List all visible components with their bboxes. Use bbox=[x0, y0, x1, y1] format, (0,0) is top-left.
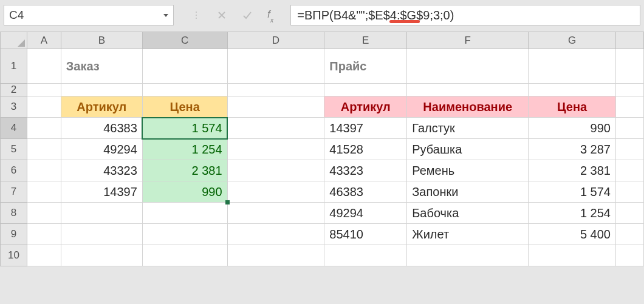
cell-E8[interactable]: 49294 bbox=[324, 203, 407, 224]
cell-F4[interactable]: Галстук bbox=[407, 118, 529, 139]
cell-blank4[interactable] bbox=[615, 118, 643, 139]
cell-C4-selected[interactable]: 1 574 bbox=[142, 118, 227, 139]
cell-E10[interactable] bbox=[324, 245, 407, 266]
name-box-dropdown-icon[interactable] bbox=[163, 14, 168, 17]
cell-blank8[interactable] bbox=[615, 203, 643, 224]
row-header-3[interactable]: 3 bbox=[1, 96, 27, 118]
cell-G8[interactable]: 1 254 bbox=[529, 203, 616, 224]
cell-B3-header[interactable]: Артикул bbox=[61, 96, 142, 118]
cell-blank7[interactable] bbox=[615, 181, 643, 203]
col-header-A[interactable]: A bbox=[27, 32, 61, 49]
cell-D9[interactable] bbox=[227, 224, 324, 245]
col-header-B[interactable]: B bbox=[61, 32, 142, 49]
cell-B6[interactable]: 43323 bbox=[61, 160, 142, 181]
cell-B2[interactable] bbox=[61, 84, 142, 96]
cell-A10[interactable] bbox=[27, 245, 61, 266]
cell-blank1[interactable] bbox=[615, 49, 643, 84]
cell-F5[interactable]: Рубашка bbox=[407, 139, 529, 160]
cancel-icon[interactable] bbox=[216, 10, 227, 21]
cell-G4[interactable]: 990 bbox=[529, 118, 616, 139]
cell-G6[interactable]: 2 381 bbox=[529, 160, 616, 181]
cell-D4[interactable] bbox=[227, 118, 324, 139]
cell-F3-header[interactable]: Наименование bbox=[407, 96, 529, 118]
cell-C9[interactable] bbox=[142, 224, 227, 245]
cell-G10[interactable] bbox=[529, 245, 616, 266]
row-header-5[interactable]: 5 bbox=[1, 139, 27, 160]
cell-A2[interactable] bbox=[27, 84, 61, 96]
cell-C7[interactable]: 990 bbox=[142, 181, 227, 203]
cell-B4[interactable]: 46383 bbox=[61, 118, 142, 139]
cell-F6[interactable]: Ремень bbox=[407, 160, 529, 181]
cell-G3-header[interactable]: Цена bbox=[529, 96, 616, 118]
col-header-G[interactable]: G bbox=[529, 32, 616, 49]
col-header-E[interactable]: E bbox=[324, 32, 407, 49]
cell-A1[interactable] bbox=[27, 49, 61, 84]
row-header-2[interactable]: 2 bbox=[1, 84, 27, 96]
cell-A7[interactable] bbox=[27, 181, 61, 203]
fill-handle[interactable] bbox=[225, 200, 230, 204]
name-box[interactable]: C4 bbox=[4, 5, 174, 25]
cell-G7[interactable]: 1 574 bbox=[529, 181, 616, 203]
row-header-6[interactable]: 6 bbox=[1, 160, 27, 181]
cell-blank2[interactable] bbox=[615, 84, 643, 96]
cell-D1[interactable] bbox=[227, 49, 324, 84]
cell-D5[interactable] bbox=[227, 139, 324, 160]
cell-A8[interactable] bbox=[27, 203, 61, 224]
cell-blank10[interactable] bbox=[615, 245, 643, 266]
cell-A6[interactable] bbox=[27, 160, 61, 181]
row-header-1[interactable]: 1 bbox=[1, 49, 27, 84]
cell-E3-header[interactable]: Артикул bbox=[324, 96, 407, 118]
cell-C6[interactable]: 2 381 bbox=[142, 160, 227, 181]
cell-D8[interactable] bbox=[227, 203, 324, 224]
col-header-D[interactable]: D bbox=[227, 32, 324, 49]
cell-G1[interactable] bbox=[529, 49, 616, 84]
cell-D10[interactable] bbox=[227, 245, 324, 266]
cell-F1[interactable] bbox=[407, 49, 529, 84]
cell-C8[interactable] bbox=[142, 203, 227, 224]
formula-input[interactable]: =ВПР(B4&"";$E$4:$G$9;3;0) bbox=[290, 5, 640, 25]
cell-F7[interactable]: Запонки bbox=[407, 181, 529, 203]
accept-icon[interactable] bbox=[242, 10, 253, 21]
cell-C3-header[interactable]: Цена bbox=[142, 96, 227, 118]
cell-E9[interactable]: 85410 bbox=[324, 224, 407, 245]
cell-B5[interactable]: 49294 bbox=[61, 139, 142, 160]
row-header-9[interactable]: 9 bbox=[1, 224, 27, 245]
cell-A5[interactable] bbox=[27, 139, 61, 160]
cell-E6[interactable]: 43323 bbox=[324, 160, 407, 181]
fx-icon[interactable]: fx bbox=[267, 8, 277, 21]
cell-blank5[interactable] bbox=[615, 139, 643, 160]
cell-B8[interactable] bbox=[61, 203, 142, 224]
cell-F9[interactable]: Жилет bbox=[407, 224, 529, 245]
cell-D3[interactable] bbox=[227, 96, 324, 118]
col-header-F[interactable]: F bbox=[407, 32, 529, 49]
cell-blank3[interactable] bbox=[615, 96, 643, 118]
col-header-C[interactable]: C bbox=[142, 32, 227, 49]
cell-E7[interactable]: 46383 bbox=[324, 181, 407, 203]
row-header-8[interactable]: 8 bbox=[1, 203, 27, 224]
cell-E1[interactable]: Прайс bbox=[324, 49, 407, 84]
cell-F8[interactable]: Бабочка bbox=[407, 203, 529, 224]
row-header-10[interactable]: 10 bbox=[1, 245, 27, 266]
cell-B1[interactable]: Заказ bbox=[61, 49, 142, 84]
cell-C5[interactable]: 1 254 bbox=[142, 139, 227, 160]
cell-D2[interactable] bbox=[227, 84, 324, 96]
cell-G9[interactable]: 5 400 bbox=[529, 224, 616, 245]
cell-C1[interactable] bbox=[142, 49, 227, 84]
cell-E4[interactable]: 14397 bbox=[324, 118, 407, 139]
row-header-4[interactable]: 4 bbox=[1, 118, 27, 139]
cell-G5[interactable]: 3 287 bbox=[529, 139, 616, 160]
cell-B10[interactable] bbox=[61, 245, 142, 266]
cell-blank9[interactable] bbox=[615, 224, 643, 245]
spreadsheet-grid[interactable]: A B C D E F G 1 Заказ Прайс 2 bbox=[0, 32, 644, 266]
cell-D7[interactable] bbox=[227, 181, 324, 203]
cell-A9[interactable] bbox=[27, 224, 61, 245]
select-all-corner[interactable] bbox=[1, 32, 27, 49]
cell-B9[interactable] bbox=[61, 224, 142, 245]
cell-D6[interactable] bbox=[227, 160, 324, 181]
cell-E2[interactable] bbox=[324, 84, 407, 96]
cell-F2[interactable] bbox=[407, 84, 529, 96]
cell-B7[interactable]: 14397 bbox=[61, 181, 142, 203]
cell-C2[interactable] bbox=[142, 84, 227, 96]
cell-A4[interactable] bbox=[27, 118, 61, 139]
cell-blank6[interactable] bbox=[615, 160, 643, 181]
